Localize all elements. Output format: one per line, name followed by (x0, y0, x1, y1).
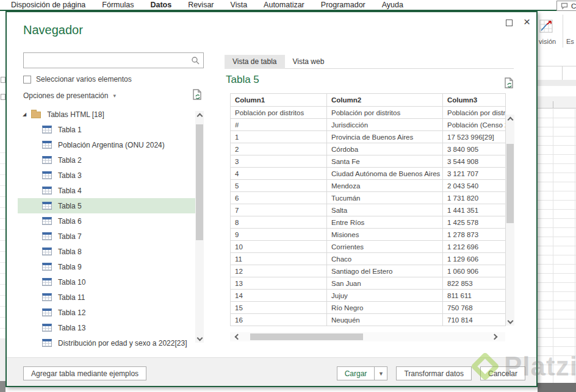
table-cell: 7 (231, 204, 327, 216)
tree-item[interactable]: Tabla 1 (18, 122, 196, 137)
tree-item[interactable]: Tabla 2 (18, 152, 196, 168)
ribbon-tab[interactable]: Vista (231, 1, 248, 9)
scroll-down-icon[interactable] (195, 333, 204, 343)
maximize-button[interactable] (506, 20, 513, 26)
table-icon (42, 248, 52, 255)
table-row: 13San Juan822 853 (231, 277, 506, 290)
tree-item-label: Distribución por edad y sexo a 2022[23] (58, 339, 187, 347)
comments-label: Co (571, 2, 576, 10)
ribbon-tab-bar: Disposición de páginaFórmulasDatosRevisa… (0, 0, 576, 11)
forecast-sheet-icon (539, 20, 553, 35)
folder-icon (31, 112, 41, 118)
hscrollbar-thumb[interactable] (250, 333, 363, 340)
table-row: #JurisdicciónPoblación (Censo 20 (231, 119, 506, 131)
preview-title: Tabla 5 (226, 74, 259, 86)
expand-triangle-icon[interactable]: ◢ (23, 112, 26, 117)
tree-item[interactable]: Distribución por edad y sexo a 2022[23] (18, 335, 196, 351)
table-cell: Población por distritos (231, 107, 327, 119)
table-cell: Jujuy (327, 290, 443, 302)
scroll-right-icon[interactable] (487, 335, 502, 339)
tree-folder[interactable]: ◢ Tablas HTML [18] (18, 107, 196, 122)
table-cell: 811 611 (443, 290, 506, 302)
scroll-up-icon[interactable] (195, 111, 204, 121)
cancel-button[interactable]: Cancelar (480, 366, 525, 380)
table-row: 8Entre Ríos1 425 578 (231, 216, 506, 229)
tree-item[interactable]: Tabla 5 (18, 198, 196, 213)
table-cell: 3 121 707 (443, 168, 506, 180)
preview-scrollbar-thumb[interactable] (506, 144, 514, 223)
preview-refresh-icon[interactable] (504, 77, 514, 91)
scroll-left-icon[interactable] (230, 335, 245, 339)
ribbon-tab[interactable]: Automatizar (264, 1, 304, 9)
table-icon (42, 232, 52, 240)
table-cell: 15 (231, 302, 327, 314)
tab-table-view[interactable]: Vista de tabla (225, 55, 285, 69)
ribbon-tab[interactable]: Revisar (188, 1, 214, 9)
multi-select-checkbox[interactable] (23, 76, 31, 84)
table-cell: 1 060 906 (443, 265, 506, 277)
table-icon (42, 141, 52, 149)
table-cell: Neuquén (327, 314, 443, 326)
tree-item[interactable]: Tabla 8 (18, 244, 196, 259)
table-cell: Jurisdicción (327, 119, 443, 131)
tree-item[interactable]: Tabla 3 (18, 168, 196, 183)
tab-web-view[interactable]: Vista web (285, 55, 333, 69)
tree-item[interactable]: Población Argentina (ONU 2024) (18, 137, 196, 152)
ribbon-group-divider (563, 15, 563, 48)
table-row: 5Mendoza2 043 540 (231, 180, 506, 192)
preview-tab-strip: Vista de tabla Vista web (225, 55, 514, 69)
close-button[interactable]: × (524, 14, 530, 30)
comments-button[interactable]: Co (556, 1, 576, 11)
ribbon-tab[interactable]: Fórmulas (102, 1, 134, 9)
column-header: Column2 (327, 94, 443, 107)
tree-item[interactable]: Tabla 10 (18, 274, 196, 290)
preview-body: Población por distritosPoblación por dis… (231, 107, 506, 326)
table-cell: 5 (231, 180, 327, 192)
preview-horizontal-scrollbar[interactable] (230, 332, 505, 341)
table-row: 3Santa Fe3 544 908 (231, 155, 506, 168)
tree-item-label: Tabla 7 (58, 232, 82, 241)
tree-scrollbar-thumb[interactable] (196, 124, 203, 240)
search-input[interactable] (26, 54, 189, 66)
table-cell: Provincia de Buenos Aires (327, 131, 443, 143)
transform-data-button[interactable]: Transformar datos (396, 366, 472, 380)
ribbon-tab[interactable]: Disposición de página (11, 1, 85, 9)
table-cell: 710 814 (443, 314, 506, 326)
add-table-examples-button[interactable]: Agregar tabla mediante ejemplos (23, 366, 146, 380)
tree-item[interactable]: Tabla 6 (18, 213, 196, 229)
preview-vertical-scrollbar[interactable] (506, 115, 514, 326)
table-cell: 12 (231, 265, 327, 277)
table-icon (42, 339, 52, 347)
scroll-down-icon[interactable] (506, 316, 514, 326)
scroll-up-icon[interactable] (506, 115, 514, 124)
display-options-dropdown[interactable]: Opciones de presentación ▾ (23, 91, 116, 100)
table-cell: Santiago del Estero (327, 265, 443, 277)
column-header: Column1 (231, 94, 327, 107)
tree-item-label: Tabla 4 (58, 187, 82, 195)
ribbon-tab[interactable]: Ayuda (382, 1, 403, 9)
tree-item[interactable]: Tabla 13 (18, 320, 196, 335)
ribbon-tab[interactable]: Programador (321, 1, 365, 9)
table-cell: 1 425 578 (443, 216, 506, 229)
table-cell: 1 212 696 (443, 241, 506, 253)
table-icon (42, 293, 52, 301)
refresh-icon[interactable] (192, 89, 202, 102)
tree-item[interactable]: Tabla 11 (18, 290, 196, 305)
ribbon-tab[interactable]: Datos (150, 1, 171, 9)
search-icon[interactable] (191, 56, 200, 68)
tree-item-label: Población Argentina (ONU 2024) (58, 141, 165, 149)
preview-header-row: Column1Column2Column3 (231, 94, 506, 107)
tree-item[interactable]: Tabla 7 (18, 229, 196, 244)
tree-folder-label: Tablas HTML [18] (47, 110, 104, 119)
tree-scrollbar[interactable] (195, 111, 204, 343)
load-button[interactable]: Cargar (337, 366, 375, 380)
table-icon (42, 308, 52, 316)
table-row: 15Río Negro750 768 (231, 302, 506, 314)
display-options-label: Opciones de presentación (23, 91, 108, 100)
tree-item[interactable]: Tabla 9 (18, 259, 196, 274)
tree-item[interactable]: Tabla 12 (18, 305, 196, 320)
load-dropdown-arrow[interactable]: ▼ (374, 366, 387, 380)
table-cell: San Juan (327, 277, 443, 290)
tree-item[interactable]: Tabla 4 (18, 183, 196, 198)
table-cell: Córdoba (327, 143, 443, 155)
